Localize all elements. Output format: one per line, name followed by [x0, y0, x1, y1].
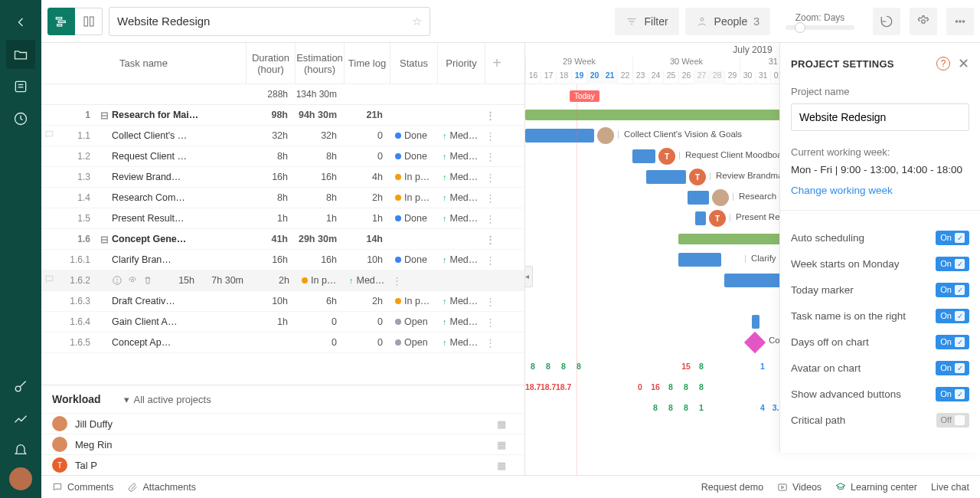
task-status[interactable]: Done [390, 213, 438, 224]
gantt-bar[interactable]: |Collect Client's Vision & Goals [525, 129, 594, 143]
task-priority[interactable]: ↑ Med… [438, 254, 485, 265]
gantt-bar[interactable]: |Research Competitor [688, 191, 709, 205]
assignee-avatar[interactable]: T [658, 148, 675, 165]
task-status[interactable]: Done [390, 130, 438, 141]
task-priority[interactable]: ↑ Med… [438, 172, 485, 182]
zoom-control[interactable]: Zoom: Days [786, 12, 854, 30]
row-menu-icon[interactable]: ⋮ [485, 192, 501, 204]
gantt-bar[interactable]: T|Present Results of Resea [695, 211, 706, 225]
footer-videos[interactable]: Videos [777, 482, 822, 493]
task-status[interactable]: In p… [390, 296, 438, 306]
task-row[interactable]: 1.4 Research Com… 8h 8h 2h In p… ↑ Med… … [41, 188, 524, 208]
task-status[interactable]: In p… [297, 275, 345, 286]
toggle-switch[interactable]: On✓ [936, 361, 969, 375]
star-icon[interactable]: ☆ [412, 15, 422, 28]
task-priority[interactable]: ↑ Med… [345, 275, 392, 286]
workload-row[interactable]: Jill Duffy▦ [41, 413, 524, 434]
row-menu-icon[interactable]: ⋮ [485, 254, 501, 266]
gantt-bar[interactable]: T|Request Client Moodboard [632, 149, 655, 163]
row-menu-icon[interactable]: ⋮ [485, 234, 501, 245]
row-menu-icon[interactable]: ⋮ [485, 130, 501, 142]
toggle-switch[interactable]: On✓ [936, 257, 969, 271]
toggle-switch[interactable]: On✓ [936, 283, 969, 297]
task-priority[interactable]: ↑ Med… [438, 192, 485, 203]
task-priority[interactable]: ↑ Med… [438, 213, 485, 224]
task-row[interactable]: 1.6.5 Concept Ap… 0 0 Open ↑ Med… ⋮ [41, 333, 524, 353]
row-menu-icon[interactable]: ⋮ [392, 275, 407, 287]
task-status[interactable]: In p… [390, 172, 438, 182]
col-duration[interactable]: Duration (hour) [247, 43, 296, 84]
workload-row[interactable]: TTal P▦ [41, 454, 524, 475]
footer-attachments[interactable]: Attachments [127, 482, 195, 493]
row-inline-controls[interactable] [112, 275, 153, 286]
task-row[interactable]: 1.6 ⊟ Concept Gene… 41h 29h 30m 14h ⋮ [41, 229, 524, 250]
gantt-bar[interactable]: |Gain Client Ap [752, 315, 760, 329]
toggle-switch[interactable]: On✓ [936, 309, 969, 323]
task-status[interactable]: Done [390, 151, 438, 162]
toggle-switch[interactable]: Off [936, 413, 969, 428]
row-menu-icon[interactable]: ⋮ [485, 337, 501, 349]
task-priority[interactable]: ↑ Med… [438, 151, 485, 162]
row-menu-icon[interactable]: ⋮ [485, 110, 501, 121]
rail-clock-icon[interactable] [6, 104, 35, 133]
tree-toggle-icon[interactable]: ⊟ [96, 234, 112, 245]
task-row[interactable]: 1.6.3 Draft Creativ… 10h 6h 2h In p… ↑ M… [41, 291, 524, 312]
calendar-icon[interactable]: ▦ [497, 418, 506, 430]
rail-folder-icon[interactable] [6, 40, 35, 69]
calendar-icon[interactable]: ▦ [497, 460, 506, 471]
people-button[interactable]: People 3 [685, 8, 770, 35]
more-icon[interactable] [946, 8, 974, 35]
col-task[interactable]: Task name [41, 43, 247, 84]
task-status[interactable]: Open [390, 316, 438, 327]
assignee-avatar[interactable]: T [709, 210, 726, 227]
filter-button[interactable]: Filter [615, 8, 678, 35]
gantt-bar[interactable] [525, 110, 816, 120]
assignee-avatar[interactable]: T [689, 169, 706, 185]
footer-request-demo[interactable]: Request demo [701, 482, 763, 493]
col-timelog[interactable]: Time log [345, 43, 390, 84]
row-menu-icon[interactable]: ⋮ [485, 172, 501, 183]
rail-analytics-icon[interactable] [6, 405, 35, 434]
col-priority[interactable]: Priority [438, 43, 485, 84]
tree-toggle-icon[interactable]: ⊟ [96, 110, 112, 121]
task-priority[interactable]: ↑ Med… [438, 130, 485, 141]
task-row[interactable]: 1 ⊟ Research for Mai… 98h 94h 30m 21h ⋮ [41, 105, 524, 126]
settings-icon[interactable] [910, 8, 937, 35]
task-priority[interactable]: ↑ Med… [438, 296, 485, 306]
rail-back-icon[interactable] [6, 8, 35, 37]
task-status[interactable]: In p… [390, 192, 438, 203]
zoom-slider[interactable] [786, 25, 854, 30]
rail-user-avatar[interactable] [9, 467, 32, 490]
gantt-bar[interactable]: |Clarify [678, 253, 721, 267]
workload-row[interactable]: Meg Rin▦ [41, 434, 524, 454]
view-board-button[interactable] [75, 8, 103, 35]
task-row[interactable]: 1.2 Request Client … 8h 8h 0 Done ↑ Med…… [41, 146, 524, 167]
task-priority[interactable]: ↑ Med… [438, 337, 485, 348]
rail-list-icon[interactable] [6, 72, 35, 101]
close-panel-icon[interactable]: ✕ [958, 55, 969, 72]
task-row[interactable]: 1.1 Collect Client's … 32h 32h 0 Done ↑ … [41, 126, 524, 146]
toggle-switch[interactable]: On✓ [936, 335, 969, 349]
row-menu-icon[interactable]: ⋮ [485, 151, 501, 162]
row-comment-icon[interactable] [41, 274, 57, 287]
col-estimation[interactable]: Estimation (hours) [296, 43, 345, 84]
help-icon[interactable]: ? [936, 57, 950, 70]
view-gantt-button[interactable] [47, 8, 75, 35]
calendar-icon[interactable]: ▦ [497, 439, 506, 450]
assignee-avatar[interactable] [712, 189, 729, 206]
task-row[interactable]: 1.5 Present Result… 1h 1h 1h Done ↑ Med…… [41, 208, 524, 229]
row-menu-icon[interactable]: ⋮ [485, 316, 501, 328]
assignee-avatar[interactable] [597, 127, 614, 144]
footer-comments[interactable]: Comments [52, 482, 113, 493]
task-row[interactable]: 1.3 Review Brand… 16h 16h 4h In p… ↑ Med… [41, 167, 524, 188]
row-menu-icon[interactable]: ⋮ [485, 296, 501, 307]
row-comment-icon[interactable] [41, 129, 57, 142]
add-column-icon[interactable]: + [485, 43, 508, 84]
gantt-bar[interactable]: T [724, 274, 786, 287]
task-status[interactable]: Done [390, 254, 438, 265]
task-row[interactable]: 1.6.4 Gain Client A… 1h 0 0 Open ↑ Med… … [41, 312, 524, 333]
rail-bell-icon[interactable] [6, 437, 35, 466]
workload-filter[interactable]: ▾ All active projects [124, 394, 211, 405]
change-week-link[interactable]: Change working week [791, 185, 969, 196]
task-priority[interactable]: ↑ Med… [438, 316, 485, 327]
